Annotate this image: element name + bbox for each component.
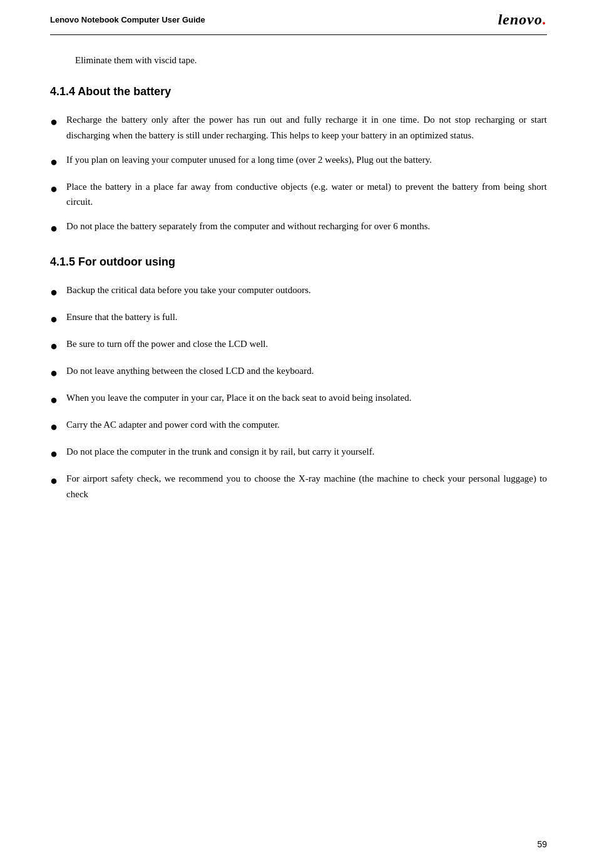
bullet-icon: ● [50,364,58,381]
list-item: ● Do not place the battery separately fr… [50,219,547,237]
list-item: ● Do not leave anything between the clos… [50,363,547,381]
list-item: ● Carry the AC adapter and power cord wi… [50,417,547,435]
bullet-icon: ● [50,418,58,435]
section-about-battery: 4.1.4 About the battery ● Recharge the b… [50,85,547,237]
bullet-text: Be sure to turn off the power and close … [66,336,547,352]
bullet-icon: ● [50,445,58,462]
battery-bullet-list: ● Recharge the battery only after the po… [50,112,547,237]
bullet-text: For airport safety check, we recommend y… [66,471,547,502]
bullet-icon: ● [50,219,58,237]
header-title: Lenovo Notebook Computer User Guide [50,15,205,24]
bullet-text: Do not place the computer in the trunk a… [66,444,547,460]
bullet-icon: ● [50,153,58,170]
bullet-icon: ● [50,283,58,301]
bullet-text: Place the battery in a place far away fr… [66,179,547,210]
bullet-text: Do not place the battery separately from… [66,219,547,234]
bullet-icon: ● [50,391,58,408]
bullet-icon: ● [50,337,58,354]
page: Lenovo Notebook Computer User Guide leno… [0,0,597,868]
bullet-text: When you leave the computer in your car,… [66,390,547,406]
section-outdoor-using: 4.1.5 For outdoor using ● Backup the cri… [50,256,547,502]
bullet-text: Do not leave anything between the closed… [66,363,547,379]
list-item: ● For airport safety check, we recommend… [50,471,547,502]
list-item: ● Ensure that the battery is full. [50,309,547,328]
outdoor-bullet-list: ● Backup the critical data before you ta… [50,282,547,502]
intro-paragraph: Eliminate them with viscid tape. [75,53,547,68]
section-outdoor-heading: 4.1.5 For outdoor using [50,256,547,269]
list-item: ● Place the battery in a place far away … [50,179,547,210]
page-header: Lenovo Notebook Computer User Guide leno… [50,0,547,35]
list-item: ● If you plan on leaving your computer u… [50,152,547,170]
lenovo-logo: lenovo. [498,11,547,28]
list-item: ● Be sure to turn off the power and clos… [50,336,547,354]
list-item: ● Do not place the computer in the trunk… [50,444,547,462]
bullet-text: If you plan on leaving your computer unu… [66,152,547,168]
list-item: ● Backup the critical data before you ta… [50,282,547,301]
bullet-text: Recharge the battery only after the powe… [66,112,547,143]
page-number: 59 [537,839,547,849]
bullet-text: Backup the critical data before you take… [66,282,547,298]
bullet-icon: ● [50,180,58,197]
bullet-icon: ● [50,310,58,328]
bullet-text: Ensure that the battery is full. [66,309,547,325]
list-item: ● Recharge the battery only after the po… [50,112,547,143]
bullet-icon: ● [50,472,58,489]
list-item: ● When you leave the computer in your ca… [50,390,547,408]
section-battery-heading: 4.1.4 About the battery [50,85,547,98]
bullet-icon: ● [50,113,58,130]
bullet-text: Carry the AC adapter and power cord with… [66,417,547,433]
